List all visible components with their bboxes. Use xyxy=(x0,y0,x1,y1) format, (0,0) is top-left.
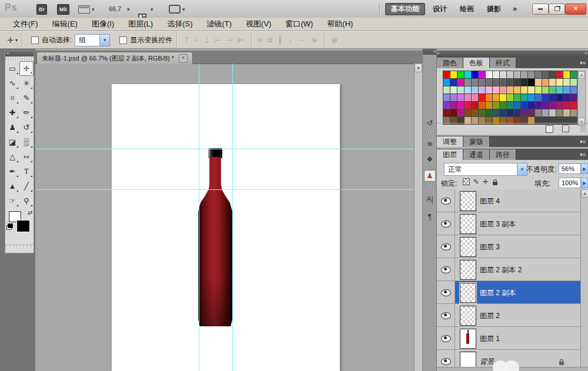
color-swatch[interactable] xyxy=(457,109,464,116)
color-swatch[interactable] xyxy=(500,71,506,78)
swap-colors-icon[interactable]: ⇄ xyxy=(28,209,32,216)
layer-visibility-eye-icon[interactable] xyxy=(441,266,451,273)
quick-selection-tool[interactable]: ✳ xyxy=(19,76,34,91)
brush-tool[interactable]: ✏ xyxy=(19,105,34,120)
color-swatch[interactable] xyxy=(556,109,563,116)
layer-name[interactable]: 图层 1 xyxy=(480,334,500,344)
workspace-overflow-icon[interactable]: » xyxy=(513,4,517,13)
panel-menu-icon[interactable]: ▾≡ xyxy=(580,152,588,158)
color-swatch[interactable] xyxy=(472,94,478,101)
workspace-button-摄影[interactable]: 摄影 xyxy=(482,4,506,15)
color-swatch[interactable] xyxy=(450,109,457,116)
color-swatch[interactable] xyxy=(472,86,478,93)
layer-thumbnail[interactable] xyxy=(460,329,476,349)
type-tool[interactable]: T xyxy=(19,164,34,179)
color-swatch[interactable] xyxy=(465,79,471,86)
color-swatch[interactable] xyxy=(549,102,556,109)
color-swatch[interactable] xyxy=(479,94,485,101)
opacity-input[interactable]: 56% xyxy=(559,163,581,174)
layer-visibility-eye-icon[interactable] xyxy=(441,335,451,342)
color-swatch[interactable] xyxy=(542,71,549,78)
mini-bridge-button[interactable]: Mb xyxy=(57,4,69,15)
color-swatch[interactable] xyxy=(507,102,513,109)
color-swatch[interactable] xyxy=(465,109,471,116)
layer-thumbnail[interactable] xyxy=(460,283,476,303)
pen-tool[interactable]: ✒ xyxy=(5,164,19,179)
panel-resize-grip[interactable] xyxy=(580,126,586,132)
path-selection-tool[interactable]: ▲ xyxy=(5,179,19,193)
color-swatch[interactable] xyxy=(521,102,527,109)
zoom-tool[interactable]: ⚲ xyxy=(19,193,34,208)
layer-name[interactable]: 图层 3 xyxy=(480,242,500,252)
history-icon[interactable]: ↺ xyxy=(424,117,436,129)
guide-horizontal[interactable] xyxy=(35,189,415,190)
color-swatch[interactable] xyxy=(465,71,471,78)
tab-样式[interactable]: 样式 xyxy=(490,58,516,68)
tab-蒙版[interactable]: 蒙版 xyxy=(463,136,490,147)
color-swatch[interactable] xyxy=(570,71,577,78)
color-swatch[interactable] xyxy=(450,94,457,101)
color-swatch[interactable] xyxy=(563,86,570,93)
blur-tool[interactable]: △ xyxy=(5,149,19,164)
tab-颜色[interactable]: 颜色 xyxy=(437,58,463,68)
color-swatch[interactable] xyxy=(457,94,464,101)
eyedropper-tool[interactable]: ✎ xyxy=(19,91,34,105)
color-swatch[interactable] xyxy=(450,71,457,78)
brushes-icon[interactable]: ≋ xyxy=(424,138,436,150)
menu-item[interactable]: 图层(L) xyxy=(121,18,160,31)
color-swatch[interactable] xyxy=(556,102,563,109)
color-swatch[interactable] xyxy=(486,109,492,116)
layer-visibility-eye-icon[interactable] xyxy=(441,289,451,296)
healing-brush-tool[interactable]: ✚ xyxy=(5,105,19,120)
color-swatch[interactable] xyxy=(500,102,506,109)
color-swatch[interactable] xyxy=(570,102,577,109)
layer-thumbnail[interactable] xyxy=(460,214,476,234)
color-swatch[interactable] xyxy=(521,71,527,78)
color-swatch[interactable] xyxy=(443,109,450,116)
layer-name[interactable]: 图层 2 副本 2 xyxy=(480,265,522,275)
color-swatch[interactable] xyxy=(486,102,492,109)
dock-expand-icon[interactable]: » xyxy=(585,51,587,56)
color-swatch[interactable] xyxy=(479,71,485,78)
color-swatch[interactable] xyxy=(563,94,570,101)
color-swatch[interactable] xyxy=(535,109,542,116)
tab-色板[interactable]: 色板 xyxy=(463,58,490,68)
color-swatch[interactable] xyxy=(450,79,457,86)
toolbox-collapse-icon[interactable]: « xyxy=(5,51,34,56)
color-swatch[interactable] xyxy=(465,86,471,93)
color-swatch[interactable] xyxy=(542,94,549,101)
layer-row[interactable]: 图层 2 副本 2 xyxy=(437,258,588,281)
color-swatch[interactable] xyxy=(570,109,577,116)
layer-visibility-eye-icon[interactable] xyxy=(441,243,451,250)
color-swatch[interactable] xyxy=(493,109,499,116)
layer-row[interactable]: 图层 3 副本 xyxy=(437,212,588,235)
color-swatch[interactable] xyxy=(514,79,520,86)
color-swatch[interactable] xyxy=(528,86,534,93)
smudge-tool[interactable]: ∾ xyxy=(19,149,34,164)
color-swatch[interactable] xyxy=(535,86,542,93)
scroll-up-icon[interactable]: ▲ xyxy=(415,63,422,72)
color-swatch[interactable] xyxy=(549,94,556,101)
color-swatch[interactable] xyxy=(528,102,534,109)
layer-name[interactable]: 图层 2 副本 xyxy=(480,288,516,298)
color-swatch[interactable] xyxy=(563,102,570,109)
color-swatch[interactable] xyxy=(479,102,485,109)
layer-name[interactable]: 图层 4 xyxy=(480,196,500,206)
layer-visibility-eye-icon[interactable] xyxy=(441,312,451,319)
restore-button[interactable] xyxy=(549,4,565,15)
rectangular-marquee-tool[interactable]: ▭ xyxy=(5,61,19,76)
color-swatch[interactable] xyxy=(457,102,464,109)
line-tool[interactable]: ╱ xyxy=(19,179,34,193)
dock-collapse-icon[interactable]: « xyxy=(437,51,439,56)
color-swatch[interactable] xyxy=(514,102,520,109)
layer-row[interactable]: 图层 2 xyxy=(437,304,588,327)
color-swatch[interactable] xyxy=(493,79,499,86)
color-swatch[interactable] xyxy=(514,109,520,116)
color-swatch[interactable] xyxy=(563,79,570,86)
bridge-button[interactable]: Br xyxy=(36,4,47,15)
view-extras-icon[interactable] xyxy=(78,5,90,14)
color-swatch[interactable] xyxy=(549,86,556,93)
tool-preset-dropdown-icon[interactable]: ▾ xyxy=(15,38,18,43)
color-swatch[interactable] xyxy=(443,94,450,101)
layer-name[interactable]: 背景 xyxy=(480,357,494,367)
